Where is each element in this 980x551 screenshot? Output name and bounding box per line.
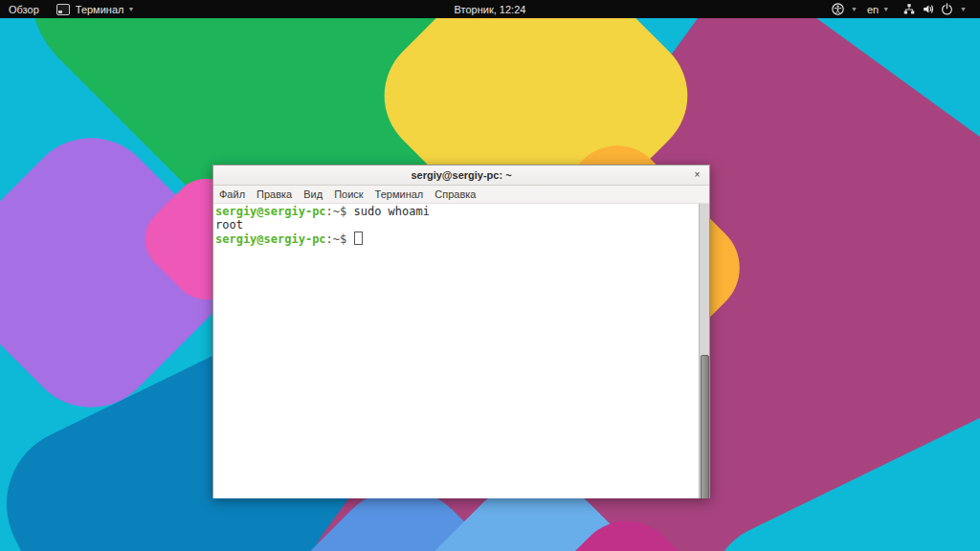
menu-terminal[interactable]: Терминал — [369, 187, 430, 201]
chevron-down-icon: ▼ — [960, 6, 967, 12]
language-label: en — [867, 4, 879, 15]
language-menu[interactable]: en ▼ — [862, 0, 894, 18]
terminal-line: sergiy@sergiy-pc:~$ sudo whoami — [215, 205, 430, 218]
shell-prompt: sergiy@sergiy-pc — [215, 232, 326, 246]
menu-bar: Файл Правка Вид Поиск Терминал Справка — [213, 186, 709, 204]
clock[interactable]: Вторник, 12:24 — [447, 2, 534, 17]
terminal-screen[interactable]: sergiy@sergiy-pc:~$ sudo whoami root ser… — [213, 204, 709, 498]
close-button[interactable]: × — [690, 167, 704, 182]
shell-prompt-suffix: :~$ — [326, 205, 354, 218]
activities-label: Обзор — [9, 4, 39, 15]
desktop: Обзор Терминал ▼ Вторник, 12:24 ▼ en ▼ — [0, 0, 980, 551]
chevron-down-icon: ▼ — [882, 6, 889, 12]
terminal-output: root — [215, 218, 243, 231]
shell-prompt-suffix: :~$ — [326, 232, 354, 246]
command-text: sudo whoami — [354, 205, 430, 218]
scrollbar-thumb[interactable] — [701, 355, 709, 498]
volume-icon — [922, 3, 935, 15]
terminal-window: sergiy@sergiy-pc: ~ × Файл Правка Вид По… — [212, 165, 710, 498]
accessibility-menu[interactable]: ▼ — [824, 0, 862, 18]
chevron-down-icon: ▼ — [851, 6, 858, 12]
terminal-cursor — [354, 231, 363, 245]
terminal-app-icon — [56, 4, 70, 15]
shell-prompt: sergiy@sergiy-pc — [215, 205, 326, 218]
terminal-text: sergiy@sergiy-pc:~$ sudo whoami root ser… — [213, 204, 709, 249]
top-bar: Обзор Терминал ▼ Вторник, 12:24 ▼ en ▼ — [0, 0, 980, 18]
window-title: sergiy@sergiy-pc: ~ — [411, 169, 511, 181]
menu-help[interactable]: Справка — [429, 187, 481, 201]
system-menu[interactable]: ▼ — [894, 0, 972, 18]
menu-search[interactable]: Поиск — [328, 187, 368, 201]
window-titlebar[interactable]: sergiy@sergiy-pc: ~ × — [213, 165, 709, 186]
app-menu-label: Терминал — [76, 4, 124, 15]
menu-edit[interactable]: Правка — [251, 187, 298, 201]
accessibility-icon — [832, 3, 844, 15]
menu-view[interactable]: Вид — [298, 187, 328, 201]
terminal-line: sergiy@sergiy-pc:~$ — [215, 232, 363, 246]
activities-button[interactable]: Обзор — [0, 0, 48, 18]
network-icon — [902, 3, 916, 15]
menu-file[interactable]: Файл — [213, 187, 251, 201]
scrollbar-track[interactable] — [699, 204, 709, 498]
power-icon — [941, 3, 953, 15]
chevron-down-icon: ▼ — [127, 6, 134, 12]
app-menu-button[interactable]: Терминал ▼ — [48, 0, 144, 18]
